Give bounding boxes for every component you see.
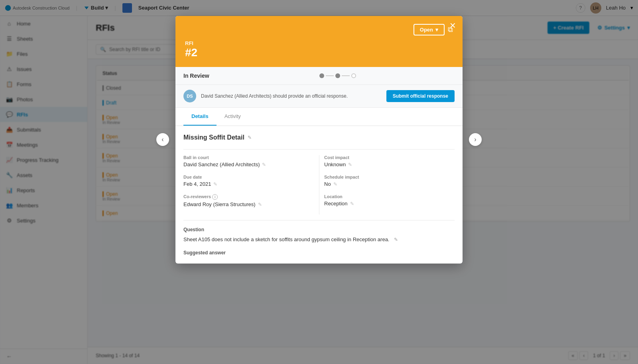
cost-impact-value: Unknown ✎ [324, 161, 455, 167]
rfi-number: #2 [185, 46, 453, 59]
details-right-col: Cost impact Unknown ✎ Schedule impact No [319, 155, 455, 214]
close-icon: ✕ [449, 21, 456, 30]
tab-activity[interactable]: Activity [217, 108, 249, 126]
due-date-edit-icon[interactable]: ✎ [213, 181, 217, 187]
reviewer-text: David Sanchez (Allied Architects) should… [201, 93, 382, 99]
location-edit-icon[interactable]: ✎ [350, 201, 354, 207]
co-reviewers-value: Edward Roy (Sierra Structures) ✎ [183, 201, 314, 207]
rfi-label: RFI [185, 40, 453, 46]
divider-2 [183, 220, 455, 220]
co-reviewers-info-icon: i [212, 194, 218, 200]
modal-tabs: Details Activity [175, 108, 463, 126]
step-1-dot [319, 73, 324, 78]
title-edit-icon[interactable]: ✎ [248, 135, 252, 140]
step-line-1 [326, 75, 334, 76]
details-grid: Ball in court David Sanchez (Allied Arch… [183, 155, 455, 214]
details-left-col: Ball in court David Sanchez (Allied Arch… [183, 155, 319, 214]
review-progress [319, 73, 356, 78]
review-title: In Review [183, 73, 215, 79]
cost-impact-edit-icon[interactable]: ✎ [348, 162, 352, 167]
modal-body: Missing Soffit Detail ✎ Ball in court Da… [175, 126, 463, 264]
question-text: Sheet A105 does not include a sketch for… [183, 236, 455, 244]
rfi-title: Missing Soffit Detail [183, 134, 244, 141]
submit-official-response-button[interactable]: Submit official response [386, 90, 455, 102]
prev-rfi-button[interactable]: ‹ [156, 133, 169, 146]
rfi-modal: Open ▾ ⧉ ✕ RFI #2 In Review [175, 16, 463, 264]
question-label: Question [183, 227, 455, 232]
suggested-answer-label: Suggested answer [183, 250, 455, 256]
divider-1 [183, 149, 455, 150]
field-location: Location Reception ✎ [324, 194, 455, 207]
question-section: Question Sheet A105 does not include a s… [183, 227, 455, 256]
field-ball-in-court: Ball in court David Sanchez (Allied Arch… [183, 155, 314, 167]
modal-content-area: Missing Soffit Detail ✎ Ball in court Da… [175, 126, 463, 264]
ball-in-court-label: Ball in court [183, 155, 314, 160]
question-edit-icon[interactable]: ✎ [394, 237, 398, 242]
reviewer-avatar: DS [183, 90, 196, 102]
status-dropdown[interactable]: Open ▾ [414, 24, 445, 35]
in-review-banner: In Review [175, 67, 463, 85]
modal-header: Open ▾ ⧉ ✕ RFI #2 [175, 16, 463, 67]
schedule-impact-label: Schedule impact [324, 175, 455, 179]
field-co-reviewers: Co-reviewers i Edward Roy (Sierra Struct… [183, 194, 314, 207]
status-label: Open [420, 27, 433, 33]
modal-overlay: ‹ › Open ▾ ⧉ ✕ RFI #2 [0, 0, 638, 364]
schedule-impact-value: No ✎ [324, 181, 455, 187]
reviewer-row: DS David Sanchez (Allied Architects) sho… [175, 85, 463, 108]
co-reviewers-edit-icon[interactable]: ✎ [258, 202, 262, 207]
step-3-dot [351, 73, 356, 78]
step-line-2 [342, 75, 350, 76]
step-2-dot [335, 73, 340, 78]
due-date-label: Due date [183, 175, 314, 179]
field-schedule-impact: Schedule impact No ✎ [324, 175, 455, 187]
rfi-title-row: Missing Soffit Detail ✎ [183, 134, 455, 141]
co-reviewers-label: Co-reviewers i [183, 194, 314, 200]
modal-close-button[interactable]: ✕ [449, 22, 456, 30]
location-field-value: Reception ✎ [324, 201, 455, 207]
due-date-value: Feb 4, 2021 ✎ [183, 181, 314, 187]
modal-header-top: Open ▾ ⧉ ✕ [185, 24, 453, 35]
ball-in-court-edit-icon[interactable]: ✎ [262, 162, 266, 167]
field-cost-impact: Cost impact Unknown ✎ [324, 155, 455, 167]
dropdown-arrow: ▾ [435, 27, 438, 33]
field-due-date: Due date Feb 4, 2021 ✎ [183, 175, 314, 187]
schedule-impact-edit-icon[interactable]: ✎ [333, 181, 337, 187]
next-rfi-button[interactable]: › [469, 133, 482, 146]
tab-details[interactable]: Details [183, 108, 217, 126]
ball-in-court-value: David Sanchez (Allied Architects) ✎ [183, 161, 314, 167]
cost-impact-label: Cost impact [324, 155, 455, 160]
location-field-label: Location [324, 194, 455, 199]
